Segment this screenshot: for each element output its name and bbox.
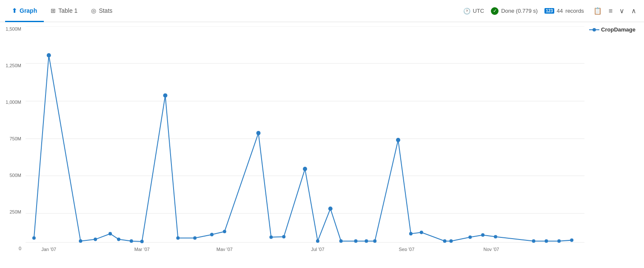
- x-label-mar: Mar '07: [134, 247, 150, 251]
- table-icon: ⊞: [51, 7, 56, 14]
- data-point: [32, 236, 36, 239]
- data-point: [365, 239, 368, 243]
- legend-line-svg: [589, 27, 599, 32]
- header-bar: ⬆ Graph ⊞ Table 1 ◎ Stats 🕐 UTC ✓ Done (…: [0, 0, 644, 22]
- data-point: [223, 230, 226, 233]
- chart-container: 1,500M 1,250M 1,000M 750M 500M 250M 0 Cr…: [0, 22, 644, 268]
- collapse-button[interactable]: ∧: [629, 5, 639, 17]
- data-point: [269, 235, 273, 239]
- data-point: [282, 235, 285, 238]
- clock-icon: 🕐: [463, 8, 470, 14]
- data-point: [494, 235, 497, 238]
- y-label-500: 500M: [9, 173, 21, 178]
- y-label-250: 250M: [9, 209, 21, 214]
- data-point: [210, 233, 214, 236]
- data-point: [396, 138, 400, 142]
- status-indicator: ✓ Done (0.779 s): [491, 7, 538, 15]
- data-point: [176, 236, 180, 239]
- data-point: [570, 239, 573, 242]
- data-point: [532, 239, 536, 243]
- tab-stats-label: Stats: [99, 7, 112, 14]
- data-point: [256, 131, 261, 135]
- timezone-label: UTC: [473, 8, 484, 14]
- done-icon: ✓: [491, 7, 499, 15]
- data-point: [328, 206, 333, 211]
- x-label-may: May '07: [217, 247, 233, 251]
- data-point: [443, 239, 447, 243]
- copy-button[interactable]: 📋: [591, 5, 604, 17]
- data-point: [373, 239, 376, 243]
- data-point: [468, 235, 472, 239]
- x-label-sep: Sep '07: [399, 247, 415, 251]
- columns-button[interactable]: ≡: [606, 6, 615, 17]
- records-label: records: [565, 8, 584, 14]
- header-right: 🕐 UTC ✓ Done (0.779 s) 123 44 records 📋 …: [463, 5, 639, 17]
- x-label-jul: Jul '07: [311, 247, 324, 251]
- data-point: [79, 239, 82, 243]
- stats-icon: ◎: [91, 7, 96, 14]
- data-point: [94, 238, 97, 241]
- graph-icon: ⬆: [12, 7, 17, 14]
- dropdown-button[interactable]: ∨: [617, 5, 627, 17]
- records-badge: 123: [544, 8, 554, 14]
- data-point: [339, 239, 343, 243]
- y-label-750: 750M: [9, 136, 21, 141]
- data-point: [47, 53, 51, 57]
- x-label-jan: Jan '07: [41, 247, 56, 251]
- x-label-nov: Nov '07: [484, 247, 499, 251]
- data-point: [354, 239, 357, 243]
- tab-stats[interactable]: ◎ Stats: [84, 0, 119, 22]
- y-axis-labels: 1,500M 1,250M 1,000M 750M 500M 250M 0: [0, 26, 25, 251]
- tab-graph[interactable]: ⬆ Graph: [5, 0, 44, 22]
- data-point: [449, 239, 453, 243]
- tab-table1[interactable]: ⊞ Table 1: [44, 0, 84, 22]
- tab-table1-label: Table 1: [58, 7, 77, 14]
- data-point: [303, 167, 307, 171]
- records-indicator: 123 44 records: [544, 8, 584, 14]
- records-count: 44: [557, 8, 563, 14]
- data-point: [140, 240, 144, 243]
- chart-legend: CropDamage: [589, 26, 635, 33]
- svg-point-1: [593, 28, 596, 31]
- y-label-1000: 1,000M: [6, 100, 21, 105]
- data-point: [130, 239, 133, 243]
- data-point: [481, 233, 484, 237]
- data-point: [557, 239, 561, 243]
- legend-label: CropDamage: [601, 26, 635, 33]
- y-label-0: 0: [19, 246, 21, 251]
- tab-graph-label: Graph: [20, 7, 37, 14]
- data-point: [108, 232, 112, 235]
- toolbar-buttons: 📋 ≡ ∨ ∧: [591, 5, 639, 17]
- data-point: [163, 93, 168, 97]
- main-chart: Jan '07 Mar '07 May '07 Jul '07 Sep '07 …: [26, 26, 584, 251]
- status-text: Done (0.779 s): [501, 8, 538, 14]
- timezone-indicator: 🕐 UTC: [463, 8, 484, 14]
- data-point: [409, 232, 413, 235]
- data-point: [193, 236, 197, 239]
- data-point: [544, 239, 548, 243]
- y-label-1250: 1,250M: [6, 63, 21, 68]
- y-label-1500: 1,500M: [6, 26, 21, 31]
- data-point: [117, 238, 120, 241]
- legend-line: CropDamage: [589, 26, 635, 33]
- data-point: [420, 231, 423, 234]
- data-point: [316, 239, 319, 243]
